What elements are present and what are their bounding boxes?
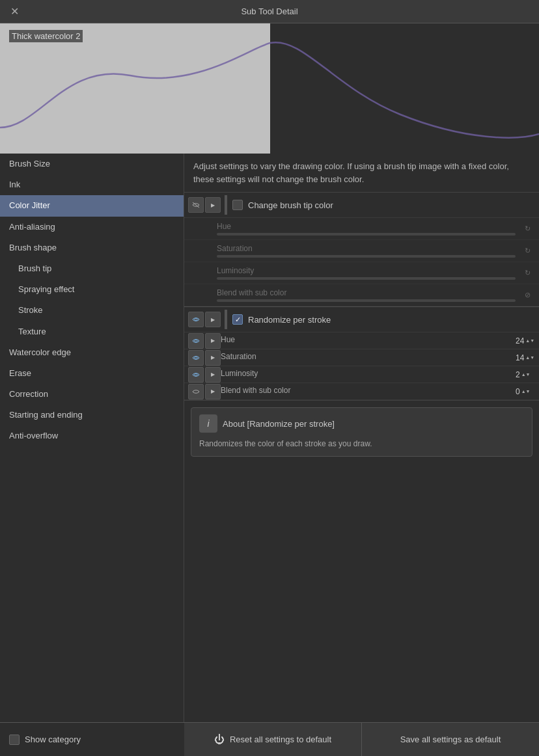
close-button[interactable]: ✕: [8, 5, 21, 18]
collapsed-luminosity-track: [217, 277, 516, 280]
luminosity-param-value: 2 ▲▼: [516, 370, 535, 379]
saturation-param-value: 14 ▲▼: [516, 353, 535, 362]
description-box: Adjust settings to vary the drawing colo…: [184, 154, 539, 193]
row-icons-sat: ▶: [188, 350, 221, 366]
luminosity-value-text: 2: [516, 370, 520, 379]
collapsed-hue-label: Hue: [217, 222, 516, 231]
expand-btn-hue[interactable]: ▶: [205, 333, 221, 349]
change-brush-tip-row: ▶ Change brush tip color: [184, 193, 539, 218]
sidebar-item-erase[interactable]: Erase: [0, 363, 184, 384]
change-brush-tip-checkbox[interactable]: [232, 200, 243, 210]
sidebar-item-color-jitter[interactable]: Color Jitter: [0, 195, 184, 216]
expand-btn-lum[interactable]: ▶: [205, 367, 221, 383]
sidebar-item-stroke[interactable]: Stroke: [0, 300, 184, 321]
active-luminosity-row: ▶ Luminosity 2 ▲▼: [184, 366, 539, 383]
visibility-btn-blend[interactable]: [188, 384, 204, 399]
visibility-btn-1[interactable]: [188, 197, 204, 213]
show-category-label: Show category: [25, 735, 81, 744]
expand-btn-blend[interactable]: ▶: [205, 384, 221, 399]
row-icons-lum: ▶: [188, 367, 221, 383]
svg-line-1: [193, 202, 199, 208]
bottom-bar: Show category ⏻ Reset all settings to de…: [0, 722, 539, 756]
eye-closed-icon: [192, 202, 200, 208]
sidebar-item-ink[interactable]: Ink: [0, 174, 184, 195]
visibility-btn-hue[interactable]: [188, 333, 204, 349]
info-icon: i: [199, 414, 217, 433]
reset-label: Reset all settings to default: [230, 735, 331, 744]
visibility-btn-sat[interactable]: [188, 350, 204, 366]
change-brush-tip-group: ▶ Change brush tip color Hue ↻ Saturatio…: [184, 193, 539, 307]
sidebar-item-anti-aliasing[interactable]: Anti-aliasing: [0, 217, 184, 237]
blend-param-label: Blend with sub color: [221, 386, 512, 395]
info-header: i About [Randomize per stroke]: [199, 414, 524, 433]
collapsed-blend-right: ⊘: [521, 291, 534, 299]
sidebar-item-texture[interactable]: Texture: [0, 321, 184, 342]
collapsed-luminosity-right: ↻: [521, 269, 534, 277]
randomize-checkbox[interactable]: ✓: [232, 314, 243, 325]
collapsed-hue-track: [217, 233, 516, 236]
randomize-group: ▶ ✓ Randomize per stroke ▶ Hue: [184, 307, 539, 401]
info-body: Randomizes the color of each stroke as y…: [199, 438, 524, 450]
eye-closed-icon-blend: [192, 388, 200, 395]
hue-param-value: 24 ▲▼: [516, 336, 535, 345]
right-panel: Adjust settings to vary the drawing colo…: [184, 154, 539, 722]
sidebar-item-watercolor-edge[interactable]: Watercolor edge: [0, 342, 184, 363]
collapsed-blend-row: Blend with sub color ⊘: [184, 284, 539, 306]
sidebar-item-brush-shape[interactable]: Brush shape: [0, 237, 184, 258]
sidebar-item-spraying-effect[interactable]: Spraying effect: [0, 279, 184, 300]
randomize-per-stroke-row: ▶ ✓ Randomize per stroke: [184, 307, 539, 332]
collapsed-saturation-track: [217, 255, 516, 258]
collapsed-saturation-right: ↻: [521, 247, 534, 255]
sidebar-item-correction[interactable]: Correction: [0, 384, 184, 405]
reset-button[interactable]: ⏻ Reset all settings to default: [184, 723, 362, 757]
preview-left: Thick watercolor 2: [0, 23, 270, 154]
row-icons-1: ▶: [188, 197, 221, 213]
save-label: Save all settings as default: [400, 735, 501, 744]
active-hue-row: ▶ Hue 24 ▲▼: [184, 332, 539, 349]
eye-open-icon: [192, 316, 200, 323]
show-category-checkbox[interactable]: [9, 735, 20, 745]
show-category-area: Show category: [0, 735, 184, 745]
collapsed-saturation-content: Saturation: [217, 244, 516, 258]
svg-point-2: [195, 318, 197, 321]
eye-icon-hue: [192, 338, 200, 344]
indent-bar: [225, 195, 227, 215]
collapsed-luminosity-label: Luminosity: [217, 266, 516, 275]
preview-right-svg: [270, 23, 539, 154]
blend-spin[interactable]: ▲▼: [521, 389, 531, 394]
randomize-label: Randomize per stroke: [248, 315, 331, 325]
collapsed-luminosity-content: Luminosity: [217, 266, 516, 280]
active-blend-row: ▶ Blend with sub color 0 ▲▼: [184, 383, 539, 400]
hue-param-label: Hue: [221, 335, 512, 344]
luminosity-spin[interactable]: ▲▼: [521, 372, 531, 377]
saturation-param-content: Saturation: [221, 352, 512, 363]
saturation-spin[interactable]: ▲▼: [525, 355, 534, 360]
expand-btn-1[interactable]: ▶: [205, 197, 221, 213]
collapsed-hue-content: Hue: [217, 222, 516, 236]
row-icons-hue: ▶: [188, 333, 221, 349]
sidebar-item-brush-tip[interactable]: Brush tip: [0, 258, 184, 279]
sidebar: Brush Size Ink Color Jitter Anti-aliasin…: [0, 154, 184, 722]
reset-icon: ⏻: [214, 734, 225, 746]
info-box: i About [Randomize per stroke] Randomize…: [191, 407, 532, 457]
eye-icon-sat: [192, 355, 200, 361]
blend-param-content: Blend with sub color: [221, 386, 512, 397]
sidebar-item-starting-ending[interactable]: Starting and ending: [0, 405, 184, 425]
titlebar: ✕ Sub Tool Detail: [0, 0, 539, 23]
collapsed-hue-right: ↻: [521, 224, 534, 233]
sidebar-item-brush-size[interactable]: Brush Size: [0, 154, 184, 174]
hue-spin[interactable]: ▲▼: [525, 338, 534, 343]
sidebar-item-anti-overflow[interactable]: Anti-overflow: [0, 425, 184, 446]
preview-left-svg: [0, 23, 270, 154]
visibility-btn-2[interactable]: [188, 312, 204, 327]
row-icons-blend: ▶: [188, 384, 221, 399]
visibility-btn-lum[interactable]: [188, 367, 204, 383]
collapsed-luminosity-row: Luminosity ↻: [184, 262, 539, 284]
save-button[interactable]: Save all settings as default: [362, 723, 539, 757]
blend-value-text: 0: [516, 387, 520, 396]
expand-btn-2[interactable]: ▶: [205, 312, 221, 327]
expand-btn-sat[interactable]: ▶: [205, 350, 221, 366]
indent-bar-2: [225, 310, 227, 329]
collapsed-saturation-label: Saturation: [217, 244, 516, 253]
saturation-param-label: Saturation: [221, 352, 512, 361]
